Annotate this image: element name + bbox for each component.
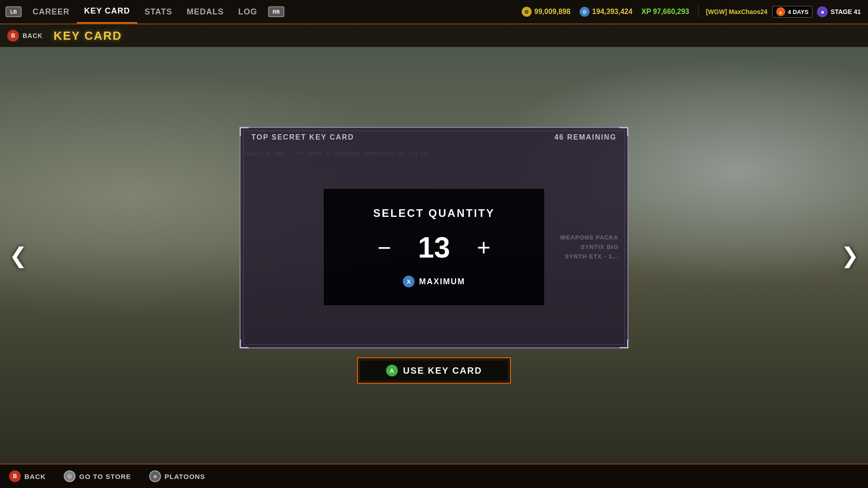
- nav-keycard[interactable]: KEY CARD: [77, 0, 137, 23]
- keycard-title: TOP SECRET KEY CARD: [251, 133, 354, 141]
- days-text: 4 DAYS: [788, 9, 809, 15]
- player-name: [WGW] MaxChaos24: [706, 8, 767, 15]
- nav-log[interactable]: LOG: [231, 0, 264, 23]
- bottom-platoons-action[interactable]: ⊕ PLATOONS: [149, 470, 205, 482]
- a-button: A: [386, 365, 398, 376]
- keycard-panel: TOP SECRET KEY CARD 46 REMAINING COGNITI…: [240, 127, 628, 348]
- currency2-value: 194,393,424: [592, 8, 632, 16]
- lb-button[interactable]: LB: [5, 6, 22, 17]
- weapons-title: WEAPONS PACKA: [560, 233, 618, 243]
- quantity-controls: − 13 +: [371, 233, 497, 262]
- use-keycard-label: USE KEY CARD: [403, 366, 482, 376]
- stage-icon: ■: [817, 6, 828, 17]
- bottom-back-action[interactable]: B BACK: [9, 470, 46, 482]
- xp-label: XP: [642, 8, 651, 15]
- currency2: ⊙ 194,393,424: [580, 7, 632, 17]
- back-button-secondary[interactable]: B BACK: [7, 30, 42, 42]
- currency1-value: 99,009,898: [534, 8, 571, 16]
- quantity-dialog: SELECT QUANTITY − 13 + X MAXIMUM: [323, 188, 545, 306]
- secondary-bar: B BACK KEY CARD: [0, 24, 868, 47]
- panel-wrapper: TOP SECRET KEY CARD 46 REMAINING COGNITI…: [240, 127, 628, 384]
- keycard-remaining: 46 REMAINING: [554, 133, 617, 141]
- quantity-value: 13: [416, 233, 452, 262]
- nav-career[interactable]: CAREER: [25, 0, 77, 23]
- bottom-store-label: GO TO STORE: [79, 473, 131, 480]
- main-content: ❮ TOP SECRET KEY CARD 46 REMAINING COGNI…: [0, 47, 868, 464]
- stage-label: STAGE 41: [830, 8, 861, 15]
- quantity-title: SELECT QUANTITY: [373, 207, 495, 220]
- page-title: KEY CARD: [53, 29, 122, 43]
- bottom-platoons-label: PLATOONS: [165, 473, 205, 480]
- platoons-icon: ⊕: [149, 470, 161, 482]
- corner-tl: [240, 127, 249, 136]
- currency2-icon: ⊙: [580, 7, 590, 17]
- back-label-secondary: BACK: [23, 32, 42, 39]
- currency1-icon: ⊙: [522, 7, 532, 17]
- days-badge: 🔥 4 DAYS: [772, 6, 813, 18]
- store-icon: ⊙: [64, 470, 75, 482]
- top-navigation-bar: LB CAREER KEY CARD STATS MEDALS LOG RB ⊙…: [0, 0, 868, 24]
- nav-left: LB CAREER KEY CARD STATS MEDALS LOG RB: [0, 0, 522, 23]
- nav-stats[interactable]: STATS: [137, 0, 179, 23]
- keycard-header: TOP SECRET KEY CARD 46 REMAINING: [241, 128, 627, 147]
- arrow-right[interactable]: ❯: [841, 243, 859, 268]
- currency1: ⊙ 99,009,898: [522, 7, 571, 17]
- hud-right: ⊙ 99,009,898 ⊙ 194,393,424 XP 97,660,293…: [522, 6, 868, 18]
- b-button-bottom: B: [9, 470, 21, 482]
- rb-button[interactable]: RB: [268, 6, 284, 17]
- weapons-text: WEAPONS PACKA SYNTIX BIO SYNTH ETX - 1..…: [560, 233, 618, 261]
- days-icon: 🔥: [776, 7, 785, 16]
- bottom-bar: B BACK ⊙ GO TO STORE ⊕ PLATOONS: [0, 464, 868, 488]
- maximum-label: MAXIMUM: [419, 277, 465, 286]
- bottom-store-action[interactable]: ⊙ GO TO STORE: [64, 470, 131, 482]
- use-keycard-button[interactable]: A USE KEY CARD: [357, 357, 511, 384]
- increase-quantity-button[interactable]: +: [470, 236, 497, 259]
- arrow-left[interactable]: ❮: [9, 243, 27, 268]
- stage-badge: ■ STAGE 41: [817, 6, 861, 17]
- nav-medals[interactable]: MEDALS: [179, 0, 231, 23]
- bottom-back-label: BACK: [24, 473, 46, 480]
- maximum-row: X MAXIMUM: [403, 276, 465, 287]
- corner-tr: [619, 127, 628, 136]
- x-button[interactable]: X: [403, 276, 415, 287]
- decrease-quantity-button[interactable]: −: [371, 236, 398, 259]
- use-btn-row: A USE KEY CARD: [357, 357, 511, 384]
- player-info: [WGW] MaxChaos24 🔥 4 DAYS ■ STAGE 41: [698, 6, 861, 18]
- xp-value: 97,660,293: [653, 8, 689, 15]
- keycard-body: COGNITIVE PROC · OFF-RAMPS IT COGNITIVE …: [241, 147, 627, 347]
- weapons-sub: SYNTIX BIO SYNTH ETX - 1...: [560, 243, 618, 262]
- b-button-secondary: B: [7, 30, 19, 42]
- xp-display: XP 97,660,293: [642, 8, 689, 16]
